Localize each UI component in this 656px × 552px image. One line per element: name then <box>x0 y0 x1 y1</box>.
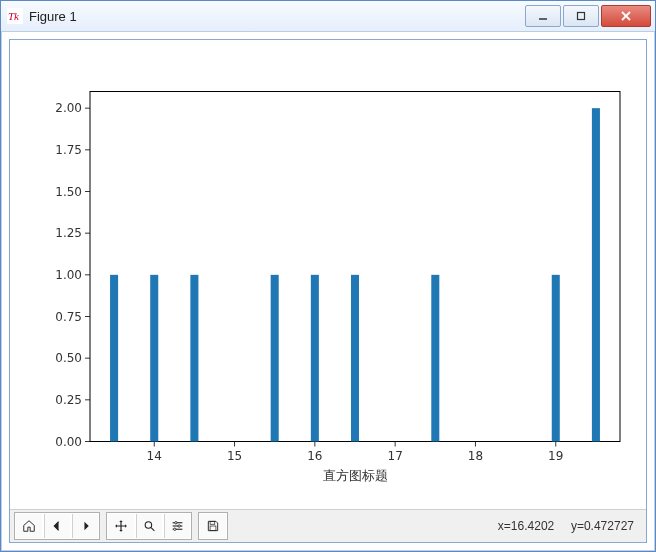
zoom-button[interactable] <box>136 514 162 538</box>
coord-y-label: y= <box>571 519 584 533</box>
zoom-icon <box>143 517 156 535</box>
svg-text:0.50: 0.50 <box>55 351 82 365</box>
arrow-left-icon <box>51 517 64 535</box>
window-frame: Tk Figure 1 0.000.250.500.751.001.251.50… <box>0 0 656 552</box>
home-icon <box>22 517 36 535</box>
client-area: 0.000.250.500.751.001.251.501.752.001415… <box>9 39 647 543</box>
chart-svg: 0.000.250.500.751.001.251.501.752.001415… <box>10 40 646 509</box>
move-icon <box>114 517 128 535</box>
svg-text:2.00: 2.00 <box>55 101 82 115</box>
save-button[interactable] <box>200 514 226 538</box>
svg-text:18: 18 <box>468 449 483 463</box>
window-title: Figure 1 <box>29 9 523 24</box>
pan-button[interactable] <box>108 514 134 538</box>
svg-text:1.50: 1.50 <box>55 185 82 199</box>
svg-point-50 <box>175 522 177 524</box>
close-button[interactable] <box>601 5 651 27</box>
svg-text:19: 19 <box>548 449 563 463</box>
svg-text:1.00: 1.00 <box>55 268 82 282</box>
matplotlib-toolbar: x=16.4202 y=0.472727 <box>10 509 646 542</box>
svg-rect-42 <box>351 275 359 442</box>
coord-y-value: 0.472727 <box>584 519 634 533</box>
svg-rect-41 <box>311 275 319 442</box>
svg-rect-37 <box>110 275 118 442</box>
configure-button[interactable] <box>164 514 190 538</box>
svg-text:16: 16 <box>307 449 322 463</box>
svg-point-52 <box>178 525 180 527</box>
maximize-button[interactable] <box>563 5 599 27</box>
svg-rect-45 <box>592 108 600 441</box>
svg-text:15: 15 <box>227 449 242 463</box>
nav-group <box>14 512 100 540</box>
back-button[interactable] <box>44 514 70 538</box>
svg-rect-56 <box>210 526 216 531</box>
plot-area[interactable]: 0.000.250.500.751.001.251.501.752.001415… <box>10 40 646 509</box>
svg-rect-39 <box>190 275 198 442</box>
svg-line-48 <box>151 528 154 531</box>
home-button[interactable] <box>16 514 42 538</box>
tk-app-icon: Tk <box>7 8 23 24</box>
titlebar: Tk Figure 1 <box>1 1 655 32</box>
svg-text:14: 14 <box>147 449 162 463</box>
svg-text:0.25: 0.25 <box>55 393 82 407</box>
svg-text:1.25: 1.25 <box>55 226 82 240</box>
svg-point-47 <box>145 522 152 529</box>
svg-text:17: 17 <box>388 449 403 463</box>
arrow-right-icon <box>79 517 92 535</box>
window-buttons <box>523 5 651 27</box>
sliders-icon <box>171 517 184 535</box>
svg-rect-38 <box>150 275 158 442</box>
svg-rect-44 <box>552 275 560 442</box>
forward-button[interactable] <box>72 514 98 538</box>
coord-x-value: 16.4202 <box>511 519 554 533</box>
svg-text:0.75: 0.75 <box>55 310 82 324</box>
svg-rect-43 <box>431 275 439 442</box>
coord-x-label: x= <box>498 519 511 533</box>
svg-text:直方图标题: 直方图标题 <box>323 468 388 483</box>
svg-point-54 <box>174 528 176 530</box>
svg-text:Tk: Tk <box>8 10 20 22</box>
cursor-coords: x=16.4202 y=0.472727 <box>498 519 642 533</box>
view-group <box>106 512 192 540</box>
save-icon <box>206 517 220 535</box>
svg-rect-3 <box>578 13 585 20</box>
save-group <box>198 512 228 540</box>
svg-rect-40 <box>271 275 279 442</box>
svg-text:1.75: 1.75 <box>55 143 82 157</box>
minimize-button[interactable] <box>525 5 561 27</box>
svg-text:0.00: 0.00 <box>55 435 82 449</box>
